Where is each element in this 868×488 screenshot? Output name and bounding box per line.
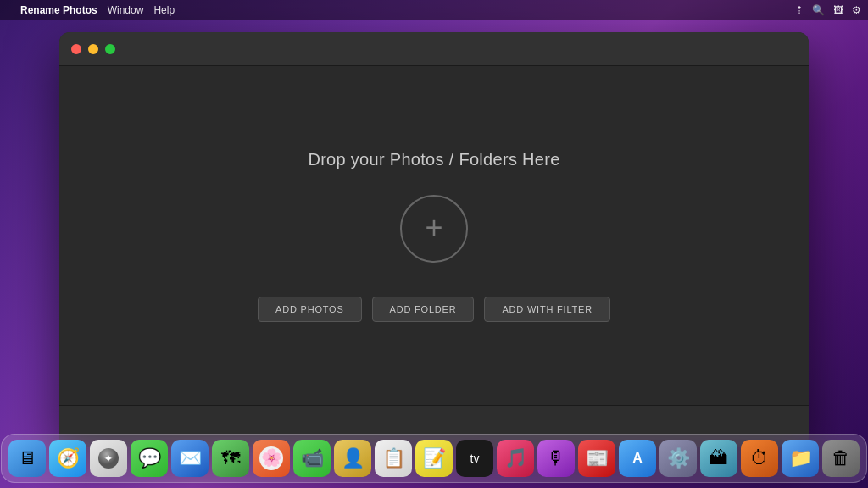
- svg-text:🌸: 🌸: [261, 447, 282, 468]
- drop-zone-text: Drop your Photos / Folders Here: [308, 150, 559, 169]
- dock-icon-launchpad[interactable]: ✦: [90, 440, 127, 477]
- add-photos-button[interactable]: ADD PHOTOS: [258, 297, 362, 322]
- add-circle-button[interactable]: +: [400, 195, 468, 263]
- dock-icon-messages[interactable]: 💬: [131, 440, 168, 477]
- add-folder-button[interactable]: ADD FOLDER: [372, 297, 475, 322]
- dock-icon-facetime[interactable]: 📹: [293, 440, 331, 477]
- dock-icon-maps[interactable]: 🗺: [212, 440, 249, 477]
- dock-icon-mail[interactable]: ✉️: [171, 440, 209, 477]
- close-button[interactable]: [71, 44, 81, 54]
- dock-icon-safari[interactable]: 🧭: [49, 440, 86, 477]
- dock-icon-appletv[interactable]: tv: [456, 440, 493, 477]
- dock-icon-music[interactable]: 🎵: [497, 440, 534, 477]
- dock-icon-appstore[interactable]: A: [619, 440, 656, 477]
- plus-icon: +: [425, 213, 442, 243]
- menubar-left: Rename Photos Window Help: [7, 4, 175, 16]
- dock-icon-reminders[interactable]: 📋: [375, 440, 412, 477]
- window-content: Drop your Photos / Folders Here + ADD PH…: [59, 66, 809, 405]
- dock-icon-news[interactable]: 📰: [578, 440, 615, 477]
- control-center-icon[interactable]: ⚙: [852, 4, 861, 16]
- window-titlebar: [59, 32, 809, 66]
- wifi-icon: ⇡: [795, 4, 804, 16]
- dock-icon-north-games[interactable]: 🏔: [700, 440, 737, 477]
- photos-icon: 🖼: [833, 4, 843, 16]
- dock-icon-trash[interactable]: 🗑: [822, 440, 860, 477]
- dock-icon-system-preferences[interactable]: ⚙️: [659, 440, 697, 477]
- dock-icon-finder[interactable]: 🖥: [8, 440, 46, 477]
- svg-text:✦: ✦: [103, 452, 114, 465]
- dock-icon-files[interactable]: 📁: [782, 440, 819, 477]
- minimize-button[interactable]: [88, 44, 98, 54]
- menubar-app-name[interactable]: Rename Photos: [20, 4, 97, 16]
- app-window: Drop your Photos / Folders Here + ADD PH…: [59, 32, 809, 447]
- add-with-filter-button[interactable]: ADD WITH FILTER: [484, 297, 610, 322]
- menubar: Rename Photos Window Help ⇡ 🔍 🖼 ⚙: [0, 0, 868, 20]
- menubar-help[interactable]: Help: [153, 4, 175, 16]
- maximize-button[interactable]: [105, 44, 115, 54]
- dock-icon-klokki[interactable]: ⏱: [741, 440, 778, 477]
- dock-icon-contacts[interactable]: 👤: [334, 440, 371, 477]
- search-icon[interactable]: 🔍: [812, 4, 825, 16]
- dock: 🖥 🧭 ✦ 💬 ✉️ 🗺 🌸 📹 👤 📋 📝 tv 🎵 🎙 📰 A ⚙️ 🏔 ⏱…: [1, 434, 867, 483]
- dock-icon-notes[interactable]: 📝: [415, 440, 453, 477]
- dock-icon-photos[interactable]: 🌸: [253, 440, 290, 477]
- menubar-window[interactable]: Window: [108, 4, 144, 16]
- dock-icon-podcasts[interactable]: 🎙: [537, 440, 575, 477]
- menubar-right: ⇡ 🔍 🖼 ⚙: [795, 4, 861, 16]
- buttons-row: ADD PHOTOS ADD FOLDER ADD WITH FILTER: [258, 297, 610, 322]
